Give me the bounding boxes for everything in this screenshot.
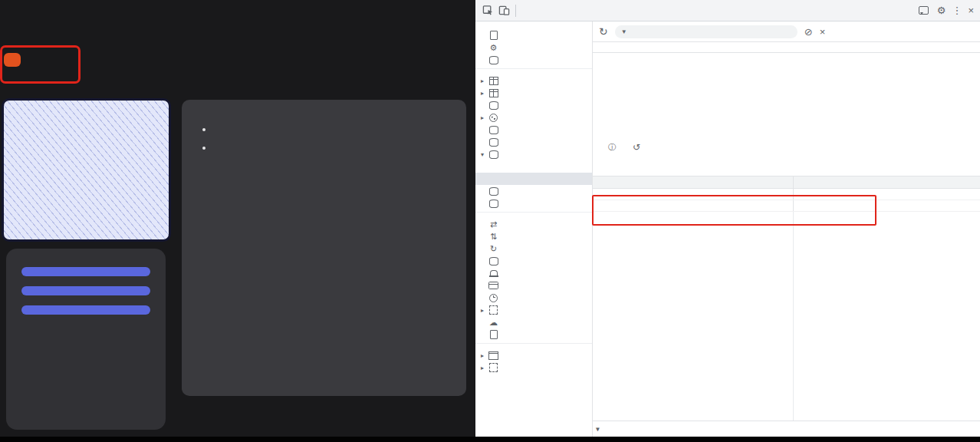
sidebar-item-storage[interactable] — [475, 54, 592, 66]
chevron-right-icon[interactable]: ▸ — [481, 307, 488, 314]
filter-input[interactable] — [631, 26, 765, 37]
section-header — [475, 344, 592, 349]
cell-value — [794, 200, 980, 211]
sidebar-item-cookies[interactable]: ▸ — [475, 111, 592, 124]
database-icon — [488, 199, 498, 208]
reset-budget-icon[interactable]: ↺ — [633, 142, 640, 153]
sidebar-item-reporting-api[interactable] — [475, 328, 592, 341]
up-down-arrows-icon: ⇅ — [488, 232, 498, 241]
sidebar-item-shared-storage[interactable]: ▾ — [475, 148, 592, 160]
close-devtools-icon[interactable]: × — [968, 5, 974, 15]
table-header-row — [593, 176, 980, 189]
sidebar-item-manifest[interactable] — [475, 29, 592, 41]
bottom-edge-bar — [0, 437, 980, 442]
message-bubble-icon — [919, 6, 929, 15]
sidebar-item-local-storage[interactable]: ▸ — [475, 74, 592, 87]
table-row-rotation-index[interactable] — [593, 189, 980, 200]
sidebar-item-background-sync[interactable]: ↻ — [475, 242, 592, 255]
rotation-mode-weighted-distribution-button[interactable] — [21, 305, 150, 315]
sidebar-item-push-messaging[interactable]: ☁ — [475, 316, 592, 328]
database-icon — [488, 125, 498, 134]
chevron-right-icon[interactable]: ▸ — [481, 364, 488, 371]
code-bullet-worklet — [214, 141, 449, 156]
preview-summary-line: ▼ — [596, 424, 977, 435]
info-icon[interactable]: ⓘ — [608, 142, 616, 153]
table-empty-area — [593, 212, 980, 421]
expand-triangle-icon[interactable]: ▼ — [596, 426, 600, 433]
sidebar-section-storage: ▸ ▸ ▸ ▾ — [475, 68, 592, 209]
rotation-mode-sequential-button[interactable] — [21, 267, 150, 276]
sidebar-item-notifications[interactable] — [475, 267, 592, 279]
table-row-rotation-mode[interactable] — [593, 200, 980, 212]
sidebar-item-private-state-tokens[interactable] — [475, 124, 592, 136]
sidebar-item-back-forward-cache[interactable]: ⇄ — [475, 218, 592, 230]
device-toolbar-icon[interactable] — [498, 5, 510, 16]
sidebar-item-speculative-loads[interactable]: ▸ — [475, 304, 592, 316]
sidebar-item-storage-buckets[interactable] — [475, 197, 592, 209]
shared-storage-title — [593, 42, 980, 53]
rotation-mode-even-distribution-button[interactable] — [21, 286, 150, 295]
table-icon — [488, 76, 498, 85]
sidebar-item-cache-storage[interactable] — [475, 185, 592, 197]
database-icon — [488, 101, 498, 110]
toolbar-separator — [515, 5, 516, 17]
kebab-menu-icon[interactable]: ⋮ — [952, 5, 962, 15]
cell-key — [593, 189, 794, 200]
sidebar-item-periodic-background-sync[interactable] — [475, 292, 592, 304]
sidebar-item-session-storage[interactable]: ▸ — [475, 87, 592, 99]
database-icon — [488, 150, 498, 159]
application-sidebar: ⚙ ▸ ▸ ▸ ▾ — [475, 21, 593, 442]
gear-icon: ⚙ — [488, 43, 498, 52]
database-icon — [488, 55, 498, 64]
section-header — [475, 69, 592, 74]
column-header-key[interactable] — [593, 176, 794, 188]
chevron-right-icon[interactable]: ▸ — [481, 78, 488, 84]
cookie-icon — [488, 113, 498, 122]
cell-value — [794, 189, 980, 200]
sidebar-item-service-workers[interactable]: ⚙ — [475, 41, 592, 54]
metadata-report: ⓘ ↺ — [593, 53, 980, 157]
sidebar-section-background-services: ⇄ ⇅ ↻ ▸ ☁ — [475, 212, 592, 341]
sidebar-item-payment-handler[interactable] — [475, 279, 592, 292]
top-navigation — [4, 12, 15, 23]
chevron-right-icon[interactable]: ▸ — [481, 114, 488, 121]
sync-icon: ↻ — [488, 244, 498, 253]
chevron-right-icon[interactable]: ▸ — [481, 90, 488, 97]
section-header — [475, 213, 592, 218]
ad-creative-frame[interactable] — [2, 98, 171, 242]
devtools-tabbar: ⚙ ⋮ × — [475, 0, 980, 21]
sidebar-frame-ad-3[interactable]: ▸ — [475, 361, 592, 374]
devtools-window: ⚙ ⋮ × ⚙ ▸ ▸ ▸ — [475, 0, 980, 442]
issues-counter[interactable] — [919, 6, 931, 15]
devtools-body: ⚙ ▸ ▸ ▸ ▾ — [475, 21, 980, 442]
sidebar-item-bounce-tracking[interactable] — [475, 255, 592, 267]
publisher-page — [0, 0, 475, 442]
inspect-element-icon[interactable] — [482, 5, 494, 16]
iframe-icon — [488, 363, 498, 372]
chevron-down-icon[interactable]: ▾ — [481, 151, 488, 158]
document-icon — [488, 330, 498, 339]
dashed-doc-icon — [488, 305, 498, 315]
sidebar-item-interest-groups[interactable] — [475, 136, 592, 148]
metadata-row-number-of-entries — [599, 97, 980, 117]
sidebar-item-indexeddb[interactable] — [475, 99, 592, 111]
publisher-b-button[interactable] — [4, 53, 21, 67]
demo-control-panel — [6, 249, 166, 430]
shared-storage-origin-2[interactable] — [475, 173, 592, 185]
sidebar-item-background-fetch[interactable]: ⇅ — [475, 230, 592, 242]
delete-all-icon[interactable]: ⊘ — [804, 27, 813, 37]
filter-box[interactable]: ▼ — [615, 25, 797, 38]
column-header-value[interactable] — [794, 176, 980, 188]
table-icon — [488, 88, 498, 97]
key-value-table — [593, 176, 980, 212]
sidebar-frame-top[interactable]: ▸ — [475, 349, 592, 361]
database-icon — [488, 256, 498, 266]
shared-storage-origin-1[interactable] — [475, 160, 592, 173]
cell-key — [593, 200, 794, 211]
refresh-icon[interactable]: ↻ — [599, 25, 608, 38]
clock-icon — [488, 293, 498, 302]
delete-selected-icon[interactable]: × — [820, 27, 826, 37]
chevron-right-icon[interactable]: ▸ — [481, 352, 488, 359]
panel-toolbar: ↻ ▼ ⊘ × — [593, 21, 980, 42]
settings-gear-icon[interactable]: ⚙ — [937, 5, 946, 15]
